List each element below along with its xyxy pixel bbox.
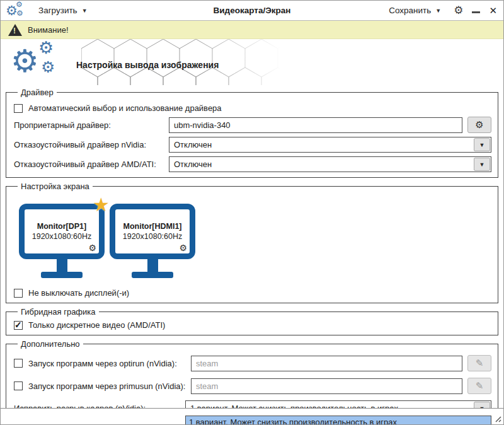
load-menu-label: Загрузить <box>38 6 77 15</box>
discrete-only-checkbox[interactable]: Только дискретное видео (AMD/ATI) <box>14 320 165 330</box>
warning-bar: Внимание! <box>1 21 503 39</box>
primusun-checkbox[interactable]: Запуск программ через primusun (nVidia): <box>14 381 191 391</box>
gear-icon: ⚙ <box>16 9 23 18</box>
amd-failsafe-select[interactable]: Отключен ▼ <box>169 156 491 172</box>
chevron-down-icon[interactable]: ▼ <box>474 158 490 171</box>
save-menu-label: Сохранить <box>389 6 431 15</box>
discrete-only-label: Только дискретное видео (AMD/ATI) <box>28 320 165 330</box>
primusun-input[interactable] <box>191 378 462 394</box>
proprietary-driver-input[interactable] <box>169 117 462 133</box>
page-header: ⚙ ⚙ ⚙ Настройка вывода изображения <box>1 39 503 85</box>
warning-text: Внимание! <box>28 25 69 35</box>
title-bar: ⚙ ⚙ ⚙ Загрузить ▼ Видеокарта/Экран Сохра… <box>1 1 503 21</box>
close-button[interactable]: ✕ <box>489 5 497 16</box>
app-window: ⚙ ⚙ ⚙ Загрузить ▼ Видеокарта/Экран Сохра… <box>0 0 504 425</box>
checkbox-box[interactable] <box>14 381 23 390</box>
hybrid-group-legend: Гибридная графика <box>18 307 99 317</box>
proprietary-driver-label: Проприетарный драйвер: <box>14 120 169 130</box>
gear-icon: ⚙ <box>475 119 483 131</box>
screen-group-legend: Настройка экрана <box>18 182 93 191</box>
monitor-mode: 1920x1080:60Hz <box>32 232 92 241</box>
nvidia-failsafe-value: Отключен <box>169 140 473 149</box>
driver-group: Драйвер Автоматический выбор и использов… <box>6 88 498 178</box>
edit-pencil-icon: ✎ <box>476 380 484 392</box>
save-menu-button[interactable]: Сохранить ▼ <box>385 3 445 18</box>
gear-icon: ⚙ <box>41 58 55 76</box>
monitor-stand-base <box>41 272 83 278</box>
gear-icon: ⚙ <box>38 39 54 58</box>
primusun-label: Запуск программ через primusun (nVidia): <box>28 381 185 391</box>
monitor-stand <box>57 259 67 272</box>
resize-grip[interactable] <box>494 415 501 422</box>
optirun-edit-button[interactable]: ✎ <box>467 355 491 371</box>
monitor-stand <box>147 259 158 272</box>
keep-display-on-label: Не выключать дисплей(-и) <box>28 288 129 298</box>
driver-group-legend: Драйвер <box>18 88 57 97</box>
monitor-mode: 1920x1080:60Hz <box>123 232 183 241</box>
screen-group: Настройка экрана ★ Monitor[DP1] 1920x108… <box>6 182 498 303</box>
warning-icon <box>8 24 22 36</box>
chevron-down-icon: ▼ <box>82 8 88 14</box>
chevron-down-icon: ▼ <box>435 8 441 14</box>
monitor-name: Monitor[HDMI1] <box>123 222 181 231</box>
load-menu-button[interactable]: Загрузить ▼ <box>35 3 91 18</box>
additional-group-legend: Дополнительно <box>18 339 83 349</box>
keep-display-on-checkbox[interactable]: Не выключать дисплей(-и) <box>14 288 129 298</box>
hybrid-group: Гибридная графика Только дискретное виде… <box>6 307 498 335</box>
monitor-screen[interactable]: Monitor[HDMI1] 1920x1080:60Hz ⚙ <box>110 204 195 259</box>
amd-failsafe-label: Отказоустойчивый драйвер AMD/ATI: <box>14 160 169 169</box>
amd-failsafe-value: Отключен <box>169 160 473 169</box>
checkbox-box[interactable] <box>14 104 23 113</box>
proprietary-driver-gear-button[interactable]: ⚙ <box>467 117 491 133</box>
monitor-gear-icon[interactable]: ⚙ <box>88 243 96 253</box>
minimize-button[interactable] <box>472 11 480 13</box>
chevron-down-icon[interactable]: ▼ <box>474 138 490 151</box>
edit-pencil-icon: ✎ <box>476 358 484 369</box>
gear-icon: ⚙ <box>11 43 39 79</box>
nvidia-failsafe-select[interactable]: Отключен ▼ <box>169 137 491 153</box>
settings-gears-logo-icon: ⚙ ⚙ ⚙ <box>11 42 69 82</box>
optirun-label: Запуск программ через optirun (nVidia): <box>28 359 177 368</box>
checkbox-box[interactable] <box>14 359 23 368</box>
gear-icon: ⚙ <box>16 0 23 9</box>
auto-driver-label: Автоматический выбор и использование дра… <box>28 103 222 113</box>
tearing-fix-dropdown: 1 вариант. Может снизить производительно… <box>185 416 491 425</box>
optirun-checkbox[interactable]: Запуск программ через optirun (nVidia): <box>14 359 191 368</box>
monitor-list: ★ Monitor[DP1] 1920x1080:60Hz ⚙ Monitor[… <box>14 194 491 278</box>
page-title: Настройка вывода изображения <box>76 60 219 70</box>
settings-gear-button[interactable]: ⚙ <box>454 4 463 17</box>
monitor-name: Monitor[DP1] <box>37 222 86 231</box>
monitor-hdmi1[interactable]: Monitor[HDMI1] 1920x1080:60Hz ⚙ <box>110 204 195 278</box>
optirun-input[interactable] <box>191 356 462 371</box>
monitor-screen[interactable]: Monitor[DP1] 1920x1080:60Hz ⚙ <box>19 204 105 259</box>
monitor-dp1[interactable]: ★ Monitor[DP1] 1920x1080:60Hz ⚙ <box>19 204 105 278</box>
app-logo-gears-icon: ⚙ ⚙ ⚙ <box>7 3 26 19</box>
checkbox-box[interactable] <box>14 289 23 298</box>
auto-driver-checkbox[interactable]: Автоматический выбор и использование дра… <box>14 103 222 113</box>
primary-star-icon: ★ <box>93 194 110 216</box>
monitor-stand-base <box>132 272 173 278</box>
dropdown-option-1[interactable]: 1 вариант. Может снизить производительно… <box>186 416 491 425</box>
nvidia-failsafe-label: Отказоустойчивый драйвер nVidia: <box>14 140 169 149</box>
checkbox-box[interactable] <box>14 321 23 330</box>
monitor-gear-icon[interactable]: ⚙ <box>179 243 187 253</box>
primusun-edit-button[interactable]: ✎ <box>467 378 491 394</box>
